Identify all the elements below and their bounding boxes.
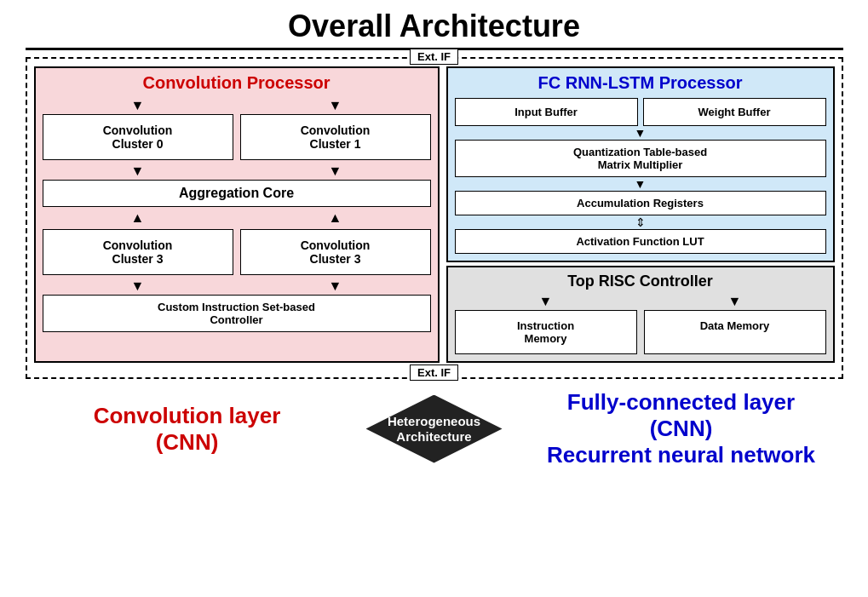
bottom-left-line2: (CNN) xyxy=(156,429,219,455)
arrows-from-aggregation: ▲ ▲ xyxy=(43,210,431,226)
activation-box: Activation Function LUT xyxy=(455,229,826,254)
quantization-label: Quantization Table-basedMatrix Multiplie… xyxy=(573,146,707,171)
weight-buffer-label: Weight Buffer xyxy=(698,106,771,118)
right-column: FC RNN-LSTM Processor Input Buffer Weigh… xyxy=(446,66,835,363)
aggregation-core-box: Aggregation Core xyxy=(43,180,431,207)
cluster-1-label: ConvolutionCluster 1 xyxy=(301,123,371,151)
arrows-to-aggregation: ▼ ▼ xyxy=(43,164,431,179)
cluster-1-box: ConvolutionCluster 1 xyxy=(240,114,431,160)
extif-bottom-label: Ext. IF xyxy=(410,365,458,381)
arrow-down-agg-left: ▼ xyxy=(43,164,233,179)
cluster-3b-label: ConvolutionCluster 3 xyxy=(301,238,371,266)
cluster-0-label: ConvolutionCluster 0 xyxy=(103,123,173,151)
fc-processor: FC RNN-LSTM Processor Input Buffer Weigh… xyxy=(446,66,835,262)
arrow-down-agg-right: ▼ xyxy=(240,164,431,179)
custom-instruction-label: Custom Instruction Set-basedController xyxy=(158,301,315,326)
quantization-box: Quantization Table-basedMatrix Multiplie… xyxy=(455,140,826,177)
page-title: Overall Architecture xyxy=(288,9,580,44)
heterogeneous-diamond: Heterogeneous Architecture xyxy=(366,395,503,463)
arrow-down-custom-left: ▼ xyxy=(43,278,233,294)
cluster-3b-box: ConvolutionCluster 3 xyxy=(240,229,431,275)
bottom-left-line1: Convolution layer xyxy=(94,403,281,428)
risc-controller: Top RISC Controller ▼ ▼ InstructionMemor… xyxy=(446,266,835,363)
outer-architecture-border: Ext. IF Convolution Processor ▼ ▼ Convol… xyxy=(26,57,843,379)
arrow-to-accumulation: ▼ xyxy=(455,178,826,190)
cluster-3a-box: ConvolutionCluster 3 xyxy=(43,229,233,275)
processors-row: Convolution Processor ▼ ▼ ConvolutionClu… xyxy=(34,66,835,363)
hetero-text: Heterogeneous Architecture xyxy=(388,414,480,445)
bottom-right-line2: (CNN) xyxy=(650,416,713,441)
top-arrows-row: ▼ ▼ xyxy=(43,98,431,113)
bottom-section: Convolution layer (CNN) Heterogeneous Ar… xyxy=(26,389,843,468)
instruction-memory-box: InstructionMemory xyxy=(455,310,637,354)
bottom-center-container: Heterogeneous Architecture xyxy=(349,395,520,463)
data-memory-label: Data Memory xyxy=(700,319,770,332)
hetero-line2: Architecture xyxy=(396,429,471,444)
input-buffer-box: Input Buffer xyxy=(455,98,638,126)
clusters-top-row: ConvolutionCluster 0 ConvolutionCluster … xyxy=(43,114,431,160)
accumulation-label: Accumulation Registers xyxy=(577,197,704,210)
fc-processor-title: FC RNN-LSTM Processor xyxy=(455,73,826,93)
risc-arrow-down-right: ▼ xyxy=(644,294,826,309)
arrows-to-custom: ▼ ▼ xyxy=(43,278,431,294)
bottom-left-label: Convolution layer (CNN) xyxy=(26,403,349,456)
risc-arrows-top: ▼ ▼ xyxy=(455,294,826,309)
cluster-0-box: ConvolutionCluster 0 xyxy=(43,114,233,160)
input-buffer-label: Input Buffer xyxy=(514,106,578,118)
extif-top-label: Ext. IF xyxy=(410,49,458,65)
risc-memories-row: InstructionMemory Data Memory xyxy=(455,310,826,354)
extif-bottom-container: Ext. IF xyxy=(34,365,835,381)
risc-controller-title: Top RISC Controller xyxy=(455,273,826,290)
page: Overall Architecture Ext. IF Convolution… xyxy=(0,0,868,597)
arrow-to-quantization: ▼ xyxy=(455,127,826,139)
conv-processor-title: Convolution Processor xyxy=(43,73,431,93)
accumulation-box: Accumulation Registers xyxy=(455,191,826,215)
arrow-down-custom-right: ▼ xyxy=(240,278,431,294)
risc-arrow-down-left: ▼ xyxy=(455,294,637,309)
aggregation-core-label: Aggregation Core xyxy=(179,186,294,200)
hetero-line1: Heterogeneous xyxy=(388,414,480,428)
arrow-bidir-activation: ⇕ xyxy=(455,216,826,228)
fc-buffers-row: Input Buffer Weight Buffer xyxy=(455,98,826,126)
convolution-processor: Convolution Processor ▼ ▼ ConvolutionClu… xyxy=(34,66,440,363)
arrow-up-from-agg-left: ▲ xyxy=(43,210,233,226)
extif-top-container: Ext. IF xyxy=(34,49,835,65)
bottom-right-line3: Recurrent neural network xyxy=(547,442,815,468)
arrow-up-from-agg-right: ▲ xyxy=(240,210,431,226)
cluster-3a-label: ConvolutionCluster 3 xyxy=(103,238,173,266)
instruction-memory-label: InstructionMemory xyxy=(517,319,574,345)
arrow-down-cluster1: ▼ xyxy=(240,98,431,113)
bottom-right-line1: Fully-connected layer xyxy=(567,389,795,415)
arrow-down-cluster0: ▼ xyxy=(43,98,233,113)
data-memory-box: Data Memory xyxy=(644,310,826,354)
weight-buffer-box: Weight Buffer xyxy=(643,98,826,126)
custom-instruction-box: Custom Instruction Set-basedController xyxy=(43,295,431,332)
activation-label: Activation Function LUT xyxy=(576,235,704,248)
bottom-right-label: Fully-connected layer (CNN) Recurrent ne… xyxy=(520,389,843,468)
clusters-bottom-row: ConvolutionCluster 3 ConvolutionCluster … xyxy=(43,229,431,275)
